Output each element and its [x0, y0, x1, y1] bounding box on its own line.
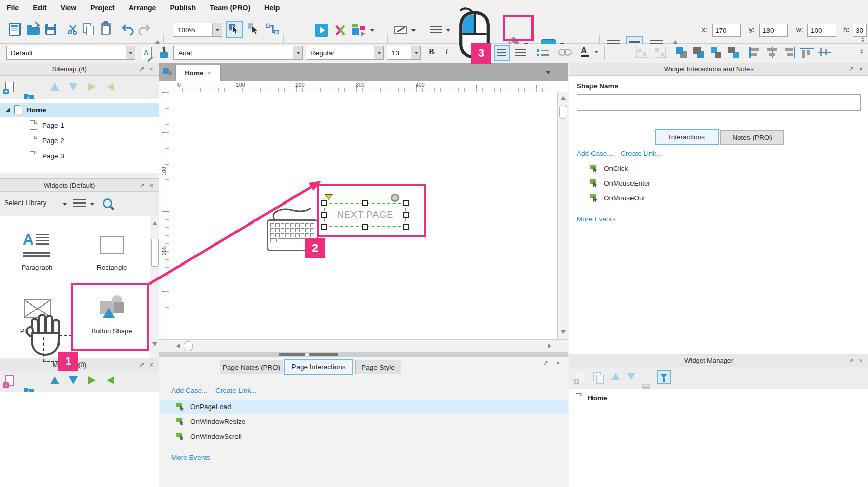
line-weight-icon[interactable]: [430, 26, 442, 34]
align-center-icon[interactable]: [765, 47, 779, 58]
connector-tool-button[interactable]: [266, 23, 279, 37]
send-to-back-icon[interactable]: [693, 46, 706, 59]
event-onpageload[interactable]: OnPageLoad: [176, 402, 231, 411]
justify-text-button[interactable]: [494, 45, 510, 61]
wm-filter-button[interactable]: [657, 370, 671, 384]
align-right-icon[interactable]: [783, 47, 796, 58]
tab-close-icon[interactable]: ×: [207, 69, 211, 77]
font-dropdown-icon[interactable]: [293, 46, 302, 59]
outdent-page-icon[interactable]: [107, 83, 114, 91]
menu-publish[interactable]: Publish: [170, 4, 196, 12]
menu-edit[interactable]: Edit: [33, 4, 46, 12]
bullet-list-icon[interactable]: [537, 49, 550, 57]
zoom-select[interactable]: 100%: [173, 23, 222, 37]
h-input[interactable]: [853, 24, 867, 37]
widgets-scrollbar[interactable]: [150, 216, 159, 358]
format-painter-icon[interactable]: [158, 47, 170, 59]
panel-splitter[interactable]: [159, 352, 568, 357]
interactions-close-icon[interactable]: ×: [859, 66, 863, 72]
x-input[interactable]: [712, 24, 741, 37]
link-icon[interactable]: [558, 49, 572, 57]
masters-close-icon[interactable]: ×: [149, 361, 153, 368]
indent-page-icon[interactable]: [88, 83, 96, 91]
canvas-vscrollbar[interactable]: [557, 92, 568, 339]
font-size-select[interactable]: 13: [387, 46, 421, 60]
wm-up-icon[interactable]: [611, 373, 620, 380]
widget-paragraph-icon[interactable]: A: [23, 232, 50, 258]
menu-help[interactable]: Help: [264, 4, 280, 12]
zoom-dropdown-icon[interactable]: [212, 23, 222, 36]
move-master-down-icon[interactable]: [69, 376, 78, 384]
widgets-search-icon[interactable]: [103, 198, 112, 208]
sitemap-item-page2[interactable]: Page 2: [30, 133, 64, 148]
font-weight-dropdown-icon[interactable]: [374, 46, 383, 59]
tab-notes[interactable]: Notes (PRO): [720, 130, 784, 145]
style-select[interactable]: Default: [6, 46, 135, 60]
manage-widget-libraries-icon[interactable]: [352, 23, 367, 37]
bring-to-front-icon[interactable]: [675, 46, 688, 59]
widget-manager-popout-icon[interactable]: ↗: [849, 357, 854, 364]
page-panel-close-icon[interactable]: ×: [556, 359, 560, 367]
widget-rectangle-icon[interactable]: [100, 236, 124, 254]
wm-copy-icon[interactable]: [593, 372, 605, 383]
event-onclick[interactable]: OnClick: [590, 164, 628, 173]
menu-project[interactable]: Project: [90, 4, 114, 12]
align-text-right-icon[interactable]: [515, 49, 526, 56]
font-weight-select[interactable]: Regular: [306, 46, 384, 60]
sitemap-item-home[interactable]: Home: [0, 103, 159, 117]
w-input[interactable]: [807, 24, 836, 37]
event-onmouseenter[interactable]: OnMouseEnter: [590, 179, 650, 188]
sitemap-popout-icon[interactable]: ↗: [139, 66, 145, 72]
sitemap-close-icon[interactable]: ×: [149, 66, 153, 72]
wm-add-icon[interactable]: [576, 372, 584, 382]
group-icon[interactable]: [636, 47, 648, 58]
save-icon[interactable]: [45, 24, 56, 35]
event-onmouseout[interactable]: OnMouseOut: [590, 194, 645, 202]
open-file-icon[interactable]: [27, 27, 40, 35]
widgets-popout-icon[interactable]: ↗: [139, 182, 145, 189]
send-backward-icon[interactable]: [727, 46, 741, 59]
tab-home[interactable]: Home ×: [175, 65, 221, 81]
format-overflow-icon[interactable]: [860, 49, 864, 54]
font-color-dropdown-icon[interactable]: [594, 51, 598, 53]
event-onwindowscroll[interactable]: OnWindowScroll: [176, 432, 242, 441]
page-panel-popout-icon[interactable]: ↗: [543, 359, 548, 367]
line-weight-dropdown-icon[interactable]: [446, 29, 450, 32]
wm-down-icon[interactable]: [627, 373, 635, 380]
sitemap-item-page3[interactable]: Page 3: [30, 149, 64, 163]
menu-view[interactable]: View: [61, 4, 77, 12]
page-add-case-link[interactable]: Add Case...: [171, 387, 208, 394]
font-color-icon[interactable]: A: [581, 46, 589, 57]
masters-popout-icon[interactable]: ↗: [139, 361, 145, 368]
select-tool-button[interactable]: [226, 21, 243, 38]
menu-arrange[interactable]: Arrange: [129, 4, 156, 12]
wm-item-home[interactable]: Home: [576, 391, 607, 405]
new-file-icon[interactable]: [9, 23, 21, 36]
collapse-icon[interactable]: [5, 108, 10, 112]
style-dropdown-icon[interactable]: [126, 46, 135, 59]
align-middle-icon[interactable]: [818, 47, 831, 58]
y-input[interactable]: [759, 24, 788, 37]
share-icon[interactable]: [333, 24, 347, 38]
menu-file[interactable]: File: [7, 4, 19, 12]
italic-button[interactable]: I: [445, 47, 448, 56]
copy-icon[interactable]: [83, 23, 95, 35]
select-contained-tool-button[interactable]: [247, 23, 261, 37]
ungroup-icon[interactable]: [654, 47, 666, 58]
widget-list-caret-icon[interactable]: [90, 203, 94, 206]
position-overflow-icon[interactable]: [861, 37, 865, 43]
tab-page-notes[interactable]: Page Notes (PRO): [220, 360, 283, 374]
widget-add-case-link[interactable]: Add Case...: [577, 150, 613, 157]
outdent-master-icon[interactable]: [107, 376, 114, 384]
add-page-icon[interactable]: [5, 82, 14, 92]
widget-create-link-link[interactable]: Create Link...: [621, 150, 662, 157]
bold-button[interactable]: B: [429, 47, 435, 56]
canvas-hscrollbar[interactable]: [159, 339, 568, 352]
font-size-dropdown-icon[interactable]: [411, 46, 420, 59]
cut-icon[interactable]: [67, 23, 79, 37]
add-master-icon[interactable]: [5, 375, 14, 386]
undo-icon[interactable]: [121, 24, 134, 37]
align-left-icon[interactable]: [748, 47, 761, 58]
move-page-down-icon[interactable]: [69, 83, 78, 91]
widget-libraries-dropdown-icon[interactable]: [370, 29, 374, 32]
